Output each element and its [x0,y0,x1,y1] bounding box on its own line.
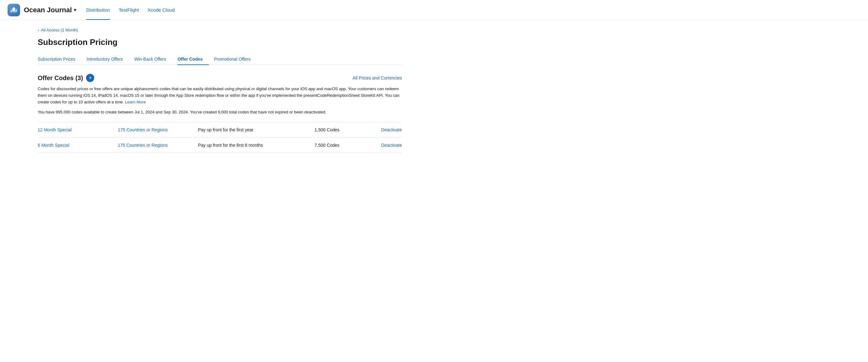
nav-link-distribution[interactable]: Distribution [86,0,110,20]
offer-codes-12month: 1,500 Codes [315,127,366,132]
offer-table: 12 Month Special 175 Countries or Region… [38,122,402,153]
sub-navigation: Subscription Prices Introductory Offers … [38,53,402,65]
tab-promotional-offers[interactable]: Promotional Offers [214,53,256,65]
table-row: 6 Month Special 175 Countries or Regions… [38,138,402,153]
nav-link-testflight[interactable]: TestFlight [119,0,139,20]
learn-more-link[interactable]: Learn More [125,100,146,104]
chevron-down-icon: ▾ [74,7,76,13]
top-navigation: Ocean Journal ▾ Distribution TestFlight … [0,0,868,20]
app-name-container[interactable]: Ocean Journal ▾ [24,6,76,14]
breadcrumb: ‹ All Access (1 Month) [38,28,402,32]
tab-win-back-offers[interactable]: Win-Back Offers [134,53,173,65]
offer-regions-12month[interactable]: 175 Countries or Regions [118,127,198,132]
tab-offer-codes[interactable]: Offer Codes [178,53,209,65]
table-row: 12 Month Special 175 Countries or Region… [38,122,402,138]
deactivate-12month-button[interactable]: Deactivate [366,127,402,132]
main-content: ‹ All Access (1 Month) Subscription Pric… [0,20,440,165]
svg-point-0 [12,7,16,11]
app-identity: Ocean Journal ▾ [7,4,76,16]
description-text: Codes for discounted prices or free offe… [38,86,402,105]
tab-subscription-prices[interactable]: Subscription Prices [38,53,82,65]
section-title-row: Offer Codes (3) + [38,74,94,82]
top-nav-links: Distribution TestFlight Xcode Cloud [86,0,175,20]
page-title: Subscription Pricing [38,37,402,47]
all-prices-link[interactable]: All Prices and Currencies [353,76,402,81]
breadcrumb-link[interactable]: All Access (1 Month) [41,28,78,32]
breadcrumb-chevron-icon: ‹ [38,28,39,32]
offer-regions-6month[interactable]: 175 Countries or Regions [118,143,198,148]
description-body: Codes for discounted prices or free offe… [38,86,399,104]
section-header: Offer Codes (3) + All Prices and Currenc… [38,74,402,82]
tab-introductory-offers[interactable]: Introductory Offers [87,53,129,65]
app-icon [7,4,20,16]
section-title: Offer Codes (3) [38,74,83,82]
offer-desc-6month: Pay up front for the first 6 months [198,143,314,148]
info-text: You have 995,000 codes available to crea… [38,109,402,116]
app-name: Ocean Journal [24,6,72,14]
offer-name-6month[interactable]: 6 Month Special [38,143,118,148]
offer-codes-6month: 7,500 Codes [315,143,366,148]
offer-name-12month[interactable]: 12 Month Special [38,127,118,132]
deactivate-6month-button[interactable]: Deactivate [366,143,402,148]
nav-link-xcode-cloud[interactable]: Xcode Cloud [148,0,175,20]
offer-desc-12month: Pay up front for the first year [198,127,314,132]
add-offer-button[interactable]: + [86,74,94,82]
